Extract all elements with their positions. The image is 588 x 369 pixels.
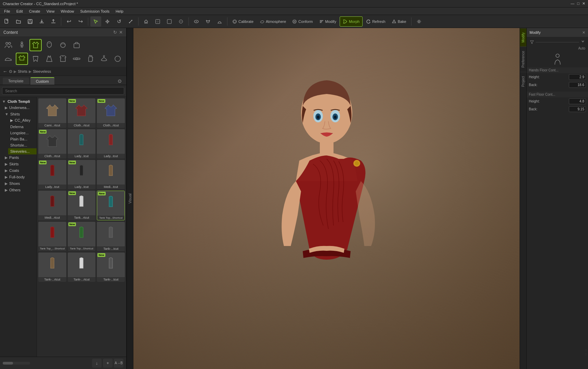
side-tab-modify[interactable]: Modify <box>520 28 526 46</box>
grid-item-0[interactable]: Cami...rtcut <box>38 98 66 128</box>
horizontal-scrollbar[interactable] <box>3 362 30 365</box>
grid-item-2[interactable]: New Cloth...rtcut <box>97 98 125 128</box>
grid-item-1[interactable]: New Cloth...rtcut <box>68 98 96 128</box>
icon-gloves[interactable] <box>84 53 96 65</box>
conform-button[interactable]: Conform <box>289 16 315 27</box>
tree-item-delerna[interactable]: Delerna <box>8 124 37 130</box>
breadcrumb-back[interactable]: ← <box>3 69 8 74</box>
minimize-button[interactable]: — <box>571 1 574 6</box>
view-wire[interactable] <box>214 16 225 27</box>
grid-item-7[interactable]: New Lady...tcut <box>68 160 96 189</box>
height-input-1[interactable] <box>569 74 586 80</box>
calibrate-button[interactable]: Calibrate <box>230 16 256 27</box>
icon-belt[interactable] <box>70 53 83 65</box>
icon-props[interactable] <box>70 39 83 51</box>
tree-item-shirts[interactable]: ▼ Shirts <box>3 111 37 117</box>
tab-template[interactable]: Template <box>3 78 29 84</box>
icon-jacket[interactable] <box>57 53 69 65</box>
menu-edit[interactable]: Edit <box>14 9 26 14</box>
icon-top-selected[interactable] <box>16 53 28 65</box>
add-item-button[interactable]: + <box>103 359 113 368</box>
grid-item-14[interactable]: Tank-...tcut <box>97 222 125 251</box>
height-input-2[interactable] <box>569 98 586 104</box>
side-tab-project[interactable]: Project <box>520 72 526 91</box>
view-top[interactable] <box>175 16 186 27</box>
close-content-icon[interactable]: ✕ <box>119 30 123 35</box>
menu-create[interactable]: Create <box>26 9 43 14</box>
view-home[interactable] <box>141 16 152 27</box>
tree-item-longsleeve[interactable]: Longslee... <box>8 130 37 136</box>
menu-submission-tools[interactable]: Submission Tools <box>78 9 112 14</box>
refresh-icon[interactable]: ↻ <box>113 30 117 35</box>
view-front[interactable] <box>152 16 163 27</box>
tree-item-coats[interactable]: ▶ Coats <box>3 167 37 174</box>
icon-bottom[interactable] <box>29 53 42 65</box>
tree-item-others[interactable]: ▶ Others <box>3 187 37 193</box>
view-outline[interactable] <box>202 16 213 27</box>
import-button[interactable] <box>36 16 47 27</box>
icon-shoes[interactable] <box>2 53 14 65</box>
modify-button[interactable]: Modify <box>316 16 339 27</box>
scale-tool[interactable] <box>125 16 136 27</box>
tree-item-cc-alley[interactable]: ▶ CC_Alley <box>8 117 37 124</box>
menu-help[interactable]: Help <box>113 9 126 14</box>
menu-view[interactable]: View <box>44 9 57 14</box>
search-input[interactable] <box>2 87 124 95</box>
back-input-1[interactable] <box>569 82 586 88</box>
side-tab-preference[interactable]: Preference <box>520 46 526 72</box>
grid-item-8[interactable]: Medi...tcut <box>97 160 125 189</box>
tree-item-shoes[interactable]: ▶ Shoes <box>3 180 37 187</box>
tree-item-full-body[interactable]: ▶ Full-body <box>3 174 37 180</box>
menu-file[interactable]: File <box>1 9 13 14</box>
icon-accessories[interactable] <box>57 39 69 51</box>
manage-button[interactable]: A→B <box>114 359 123 368</box>
window-controls[interactable]: — □ ✕ <box>571 1 585 6</box>
settings-button[interactable] <box>414 16 424 27</box>
back-input-2[interactable] <box>569 106 586 112</box>
select-tool[interactable] <box>90 16 101 27</box>
move-tool[interactable] <box>102 16 113 27</box>
icon-filter[interactable] <box>112 53 124 65</box>
tree-item-plain-base[interactable]: Plain Ba... <box>8 136 37 142</box>
icon-dress[interactable] <box>43 53 55 65</box>
view-eye[interactable] <box>191 16 202 27</box>
icon-person-group[interactable] <box>2 39 14 51</box>
grid-item-12[interactable]: Tank Top_...Shortcut <box>38 222 66 251</box>
export-button[interactable] <box>48 16 59 27</box>
viewport[interactable] <box>133 28 520 369</box>
breadcrumb-sleeveless[interactable]: Sleeveless <box>33 69 51 73</box>
grid-item-13[interactable]: New Tank Top...Shortcut <box>68 222 96 251</box>
bake-button[interactable]: Bake <box>389 16 409 27</box>
tab-custom[interactable]: Custom <box>30 77 54 85</box>
new-button[interactable] <box>1 16 12 27</box>
menu-window[interactable]: Window <box>58 9 77 14</box>
grid-item-15[interactable]: Tank-...rtcut <box>38 252 66 282</box>
maximize-button[interactable]: □ <box>577 1 579 6</box>
save-button[interactable] <box>25 16 36 27</box>
close-button[interactable]: ✕ <box>582 1 585 6</box>
view-side[interactable] <box>164 16 175 27</box>
icon-hair[interactable] <box>43 39 55 51</box>
grid-item-4[interactable]: Lady...tcut <box>68 129 96 159</box>
visual-label[interactable]: Visual <box>128 193 132 204</box>
tree-item-skirts[interactable]: ▶ Skirts <box>3 161 37 167</box>
grid-item-17[interactable]: New Tank-...tcut <box>97 252 125 282</box>
grid-item-5[interactable]: Lady...tcut <box>97 129 125 159</box>
undo-button[interactable]: ↩ <box>63 16 74 27</box>
grid-item-9[interactable]: Medi...rtcut <box>38 191 66 220</box>
morph-button[interactable]: Morph <box>340 16 363 27</box>
open-button[interactable] <box>13 16 24 27</box>
icon-pose[interactable] <box>16 39 28 51</box>
grid-item-6[interactable]: New Lady...tcut <box>38 160 66 189</box>
grid-item-3[interactable]: New Cloth...rtcut <box>38 129 66 159</box>
grid-item-16[interactable]: Tank-...rtcut <box>68 252 96 282</box>
tree-item-shortsleeve[interactable]: Shortsle... <box>8 142 37 148</box>
atmosphere-button[interactable]: Atmosphere <box>257 16 289 27</box>
breadcrumb-home[interactable]: ⊙ <box>9 69 12 74</box>
modify-close-icon[interactable]: ✕ <box>582 30 585 35</box>
scroll-down-button[interactable]: ↓ <box>92 359 102 368</box>
grid-item-11[interactable]: New Tank Top...Shortcut <box>97 191 125 220</box>
tab-settings-icon[interactable]: ⊙ <box>116 77 123 85</box>
grid-item-10[interactable]: New Tank...rtcut <box>68 191 96 220</box>
rotate-tool[interactable]: ↺ <box>114 16 125 27</box>
